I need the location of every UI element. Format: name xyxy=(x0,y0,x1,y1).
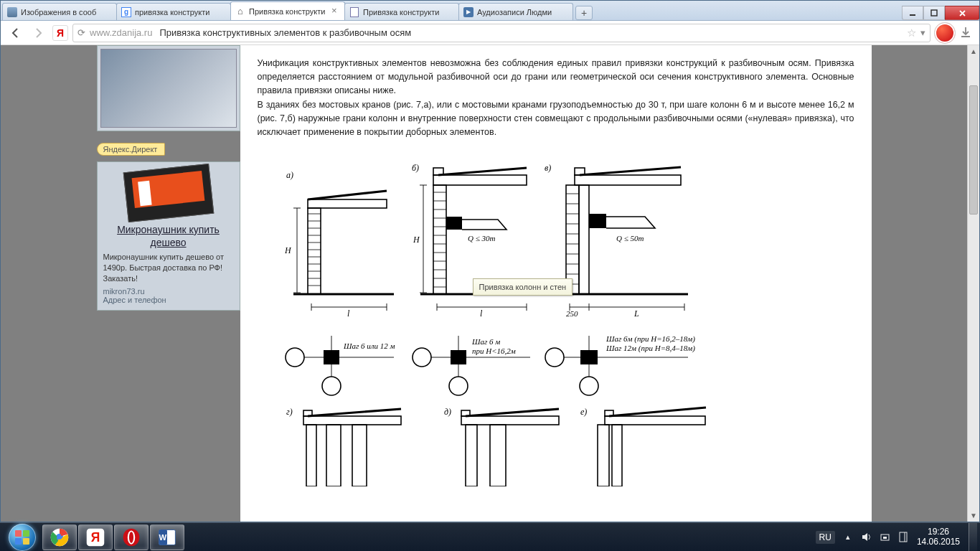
page-scroll[interactable]: Яндекс.Директ Микронаушник купить дешево… xyxy=(1,45,967,522)
yandex-badge-icon[interactable]: Я xyxy=(52,25,68,41)
article: Унификация конструктивных элементов нево… xyxy=(240,45,872,522)
svg-rect-2 xyxy=(308,199,387,208)
tab-label: Привязка конструкти xyxy=(363,8,454,17)
favicon-home-icon: ⌂ xyxy=(235,6,245,17)
bookmark-star-icon[interactable]: ☆ xyxy=(907,27,916,39)
new-tab-button[interactable]: + xyxy=(575,6,593,20)
ad-address-link[interactable]: Адрес и телефон xyxy=(103,296,234,304)
url-title: Привязка конструктивных элементов к разб… xyxy=(159,27,411,38)
vertical-scrollbar[interactable]: ▲ ▼ xyxy=(967,45,979,522)
close-button[interactable] xyxy=(945,6,979,20)
image-tooltip: Привязка колонн и стен xyxy=(473,278,573,296)
ad-domain[interactable]: mikron73.ru xyxy=(103,287,234,296)
svg-text:Я: Я xyxy=(91,530,100,545)
clock-time: 19:26 xyxy=(917,527,960,537)
figure-svg: .ln{stroke:#000;stroke-width:1.6;fill:no… xyxy=(258,156,760,486)
forward-button[interactable] xyxy=(29,24,48,42)
tab-label: Изображения в сооб xyxy=(21,8,112,17)
opera-menu-button[interactable] xyxy=(935,23,955,43)
svg-rect-23 xyxy=(433,185,446,294)
svg-text:W: W xyxy=(159,533,167,542)
fig-label-e: е) xyxy=(580,407,587,417)
svg-text:Шаг 12м (при H=8,4–18м): Шаг 12м (при H=8,4–18м) xyxy=(606,344,695,353)
svg-rect-69 xyxy=(303,416,401,425)
browser-window: Изображения в сооб gпривязка конструкти … xyxy=(0,0,980,522)
taskbar-item-opera[interactable] xyxy=(114,524,149,550)
taskbar-item-word[interactable]: W xyxy=(150,524,184,550)
titlebar: Изображения в сооб gпривязка конструкти … xyxy=(1,1,979,21)
address-dropdown-icon[interactable]: ▾ xyxy=(920,27,925,38)
fig-label-b: б) xyxy=(412,163,419,173)
clock-date: 14.06.2015 xyxy=(917,537,960,547)
clock[interactable]: 19:26 14.06.2015 xyxy=(917,527,960,547)
svg-text:250: 250 xyxy=(566,309,578,318)
svg-rect-71 xyxy=(326,425,341,486)
svg-text:Q ≤ 30т: Q ≤ 30т xyxy=(468,234,495,242)
show-desktop-button[interactable] xyxy=(969,523,977,552)
page-content: Яндекс.Директ Микронаушник купить дешево… xyxy=(97,45,872,522)
address-input[interactable]: ⟳ www.zdanija.ru Привязка конструктивных… xyxy=(72,24,930,42)
address-bar-row: Я ⟳ www.zdanija.ru Привязка конструктивн… xyxy=(1,21,979,45)
svg-point-17 xyxy=(286,348,304,367)
minimize-button[interactable] xyxy=(902,6,923,20)
tab-label: Аудиозаписи Людми xyxy=(477,8,568,17)
svg-rect-72 xyxy=(352,425,367,486)
maximize-button[interactable] xyxy=(923,6,945,20)
scroll-thumb[interactable] xyxy=(969,85,978,215)
svg-point-63 xyxy=(545,348,564,367)
taskbar-item-chrome[interactable] xyxy=(42,524,77,550)
svg-rect-76 xyxy=(490,425,506,486)
reload-icon[interactable]: ⟳ xyxy=(77,27,85,38)
svg-rect-46 xyxy=(575,175,681,185)
scroll-down-icon[interactable]: ▼ xyxy=(968,509,979,522)
svg-rect-75 xyxy=(466,425,477,486)
svg-rect-93 xyxy=(900,532,907,542)
tray-up-icon[interactable]: ▴ xyxy=(842,532,854,543)
back-button[interactable] xyxy=(6,24,25,42)
network-icon[interactable] xyxy=(880,532,891,543)
tab-1[interactable]: Изображения в сооб xyxy=(2,3,117,20)
window-controls xyxy=(902,6,979,20)
building-image xyxy=(100,49,237,128)
taskbar: Я W RU ▴ 19:26 14.06.2015 xyxy=(0,522,980,551)
svg-rect-80 xyxy=(612,425,622,486)
scroll-up-icon[interactable]: ▲ xyxy=(968,45,979,57)
favicon-vk-icon xyxy=(463,7,473,17)
svg-text:H: H xyxy=(413,235,420,245)
fig-label-g: г) xyxy=(286,407,293,417)
tab-label: Привязка конструкти xyxy=(249,7,329,16)
tab-label: привязка конструкти xyxy=(135,8,226,17)
tab-strip: Изображения в сооб gпривязка конструкти … xyxy=(1,0,902,20)
svg-text:Шаг 6м (при H=16,2–18м): Шаг 6м (при H=16,2–18м) xyxy=(606,334,695,344)
svg-rect-74 xyxy=(461,416,559,425)
svg-text:L: L xyxy=(633,309,639,319)
action-center-icon[interactable] xyxy=(898,532,910,543)
svg-rect-1 xyxy=(931,10,937,16)
tab-4[interactable]: Привязка конструкти xyxy=(344,3,459,20)
volume-icon[interactable] xyxy=(861,532,872,543)
svg-rect-59 xyxy=(589,214,606,228)
ad-title[interactable]: Микронаушник купить дешево xyxy=(103,224,234,249)
ad-card[interactable]: Микронаушник купить дешево Микронаушник … xyxy=(97,161,240,311)
start-button[interactable] xyxy=(3,523,42,552)
language-indicator[interactable]: RU xyxy=(816,531,835,544)
tab-5[interactable]: Аудиозаписи Людми xyxy=(458,3,573,20)
favicon-image-icon xyxy=(7,7,17,17)
article-paragraph: В зданиях без мостовых кранов (рис. 7,а)… xyxy=(258,98,854,138)
ad-product-image xyxy=(123,164,214,222)
tab-close-icon[interactable]: × xyxy=(331,7,340,16)
svg-rect-22 xyxy=(433,175,527,185)
svg-rect-79 xyxy=(598,425,609,486)
tab-3-active[interactable]: ⌂Привязка конструкти× xyxy=(230,1,345,20)
tab-2[interactable]: gпривязка конструкти xyxy=(116,3,231,20)
svg-point-42 xyxy=(449,377,468,395)
downloads-icon[interactable] xyxy=(959,26,974,40)
taskbar-item-yandex[interactable]: Я xyxy=(78,524,113,550)
article-paragraph: Унификация конструктивных элементов нево… xyxy=(258,57,854,97)
technical-figure: Привязка колонн и стен .ln{stroke:#000;s… xyxy=(258,156,854,486)
yandex-direct-badge[interactable]: Яндекс.Директ xyxy=(97,143,166,156)
svg-rect-78 xyxy=(605,416,705,425)
sidebar-image-box xyxy=(97,45,240,131)
svg-point-40 xyxy=(413,348,431,367)
sidebar: Яндекс.Директ Микронаушник купить дешево… xyxy=(97,45,240,522)
